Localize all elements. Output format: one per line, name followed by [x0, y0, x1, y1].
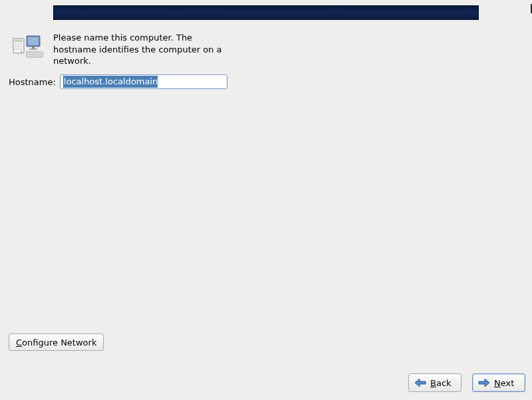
configure-network-button[interactable]: Configure Network [9, 334, 104, 351]
arrow-right-icon [478, 378, 490, 387]
next-button[interactable]: Next [472, 373, 525, 392]
computer-network-icon [12, 35, 44, 61]
hostname-row: Hostname: localhost.localdomain [9, 74, 227, 89]
arrow-left-icon [414, 378, 426, 387]
svg-rect-3 [15, 46, 23, 47]
svg-point-5 [21, 51, 22, 52]
description-text: Please name this computer. The hostname … [53, 32, 226, 67]
configure-network-label: Configure Network [16, 338, 96, 348]
next-label: Next [494, 378, 514, 388]
back-label: Back [430, 378, 452, 388]
svg-rect-7 [28, 37, 39, 45]
svg-rect-9 [29, 49, 37, 50]
hostname-label: Hostname: [9, 77, 56, 87]
svg-rect-1 [15, 40, 23, 42]
svg-rect-4 [15, 49, 23, 50]
hostname-input[interactable] [60, 74, 227, 89]
svg-rect-8 [32, 47, 35, 49]
description-row: Please name this computer. The hostname … [12, 32, 226, 67]
back-button[interactable]: Back [408, 373, 462, 392]
bottom-bar: Back Next [0, 365, 532, 392]
svg-rect-11 [28, 53, 41, 56]
svg-rect-2 [15, 43, 23, 45]
header-banner [53, 5, 479, 20]
